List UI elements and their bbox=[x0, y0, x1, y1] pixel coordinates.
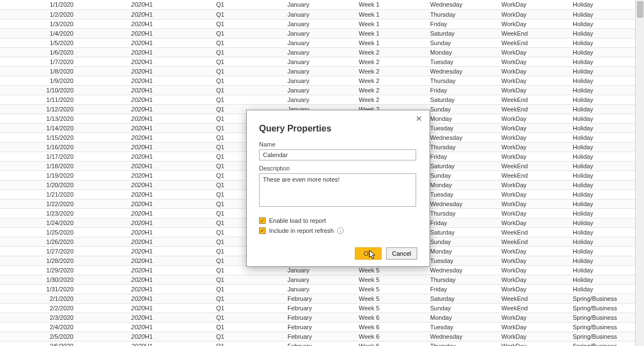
cell-daytype[interactable]: WorkDay bbox=[501, 66, 573, 76]
cell-season[interactable]: Spring/Business bbox=[573, 303, 644, 313]
cell-day[interactable]: Wednesday bbox=[430, 199, 501, 208]
cancel-button[interactable]: Cancel bbox=[386, 247, 417, 260]
cell-season[interactable]: Holiday bbox=[573, 104, 644, 114]
cell-half[interactable]: H1 bbox=[145, 0, 216, 9]
cell-year[interactable]: 2020 bbox=[74, 0, 145, 9]
cell-half[interactable]: H1 bbox=[145, 28, 216, 38]
cell-date[interactable]: 1/30/2020 bbox=[0, 275, 74, 284]
cell-year[interactable]: 2020 bbox=[74, 189, 145, 199]
cell-season[interactable]: Spring/Business bbox=[573, 341, 644, 346]
cell-half[interactable]: H1 bbox=[145, 341, 216, 346]
cell-daytype[interactable]: WeekEnd bbox=[501, 161, 573, 170]
cell-date[interactable]: 1/16/2020 bbox=[0, 142, 74, 152]
cell-season[interactable]: Holiday bbox=[573, 161, 644, 170]
cell-quarter[interactable]: Q1 bbox=[216, 95, 287, 104]
cell-half[interactable]: H1 bbox=[145, 57, 216, 66]
cell-day[interactable]: Wednesday bbox=[430, 332, 501, 341]
table-row[interactable]: 1/11/20202020H1Q1JanuaryWeek 2SaturdayWe… bbox=[0, 95, 644, 104]
cell-date[interactable]: 1/24/2020 bbox=[0, 218, 74, 227]
cell-daytype[interactable]: WorkDay bbox=[501, 0, 573, 9]
cell-half[interactable]: H1 bbox=[145, 199, 216, 208]
cell-half[interactable]: H1 bbox=[145, 303, 216, 313]
cell-year[interactable]: 2020 bbox=[74, 161, 145, 170]
cell-month[interactable]: January bbox=[287, 275, 359, 284]
cell-half[interactable]: H1 bbox=[145, 322, 216, 332]
cell-date[interactable]: 1/10/2020 bbox=[0, 85, 74, 95]
cell-date[interactable]: 1/2/2020 bbox=[0, 9, 74, 19]
cell-daytype[interactable]: WorkDay bbox=[501, 189, 573, 199]
cell-daytype[interactable]: WorkDay bbox=[501, 218, 573, 227]
table-row[interactable]: 2/4/20202020H1Q1FebruaryWeek 6TuesdayWor… bbox=[0, 322, 644, 332]
cell-year[interactable]: 2020 bbox=[74, 123, 145, 133]
cell-half[interactable]: H1 bbox=[145, 161, 216, 170]
cell-quarter[interactable]: Q1 bbox=[216, 47, 287, 57]
cell-season[interactable]: Holiday bbox=[573, 57, 644, 66]
cell-day[interactable]: Monday bbox=[430, 246, 501, 256]
cell-season[interactable]: Spring/Business bbox=[573, 332, 644, 341]
cell-date[interactable]: 2/3/2020 bbox=[0, 313, 74, 322]
checkbox-checked-icon[interactable]: ✓ bbox=[259, 227, 266, 234]
cell-season[interactable]: Holiday bbox=[573, 66, 644, 76]
cell-quarter[interactable]: Q1 bbox=[216, 19, 287, 28]
cell-date[interactable]: 1/14/2020 bbox=[0, 123, 74, 133]
cell-day[interactable]: Thursday bbox=[430, 275, 501, 284]
cell-season[interactable]: Holiday bbox=[573, 180, 644, 189]
cell-quarter[interactable]: Q1 bbox=[216, 28, 287, 38]
cell-day[interactable]: Wednesday bbox=[430, 265, 501, 275]
table-row[interactable]: 2/5/20202020H1Q1FebruaryWeek 6WednesdayW… bbox=[0, 332, 644, 341]
cell-day[interactable]: Tuesday bbox=[430, 57, 501, 66]
cell-day[interactable]: Wednesday bbox=[430, 133, 501, 142]
cell-week[interactable]: Week 5 bbox=[359, 294, 430, 303]
cell-date[interactable]: 1/7/2020 bbox=[0, 57, 74, 66]
cell-year[interactable]: 2020 bbox=[74, 199, 145, 208]
cell-year[interactable]: 2020 bbox=[74, 180, 145, 189]
table-row[interactable]: 1/4/20202020H1Q1JanuaryWeek 1SaturdayWee… bbox=[0, 28, 644, 38]
cell-day[interactable]: Friday bbox=[430, 284, 501, 294]
cell-month[interactable]: January bbox=[287, 28, 359, 38]
cell-daytype[interactable]: WorkDay bbox=[501, 341, 573, 346]
cell-season[interactable]: Holiday bbox=[573, 123, 644, 133]
cell-half[interactable]: H1 bbox=[145, 218, 216, 227]
cell-daytype[interactable]: WorkDay bbox=[501, 19, 573, 28]
cell-year[interactable]: 2020 bbox=[74, 265, 145, 275]
table-row[interactable]: 1/8/20202020H1Q1JanuaryWeek 2WednesdayWo… bbox=[0, 66, 644, 76]
cell-season[interactable]: Spring/Business bbox=[573, 294, 644, 303]
cell-day[interactable]: Thursday bbox=[430, 142, 501, 152]
cell-half[interactable]: H1 bbox=[145, 180, 216, 189]
cell-day[interactable]: Saturday bbox=[430, 294, 501, 303]
cell-daytype[interactable]: WorkDay bbox=[501, 265, 573, 275]
cell-week[interactable]: Week 1 bbox=[359, 0, 430, 9]
cell-year[interactable]: 2020 bbox=[74, 275, 145, 284]
scroll-thumb[interactable] bbox=[637, 1, 643, 18]
cell-day[interactable]: Friday bbox=[430, 152, 501, 161]
cell-season[interactable]: Spring/Business bbox=[573, 313, 644, 322]
cell-year[interactable]: 2020 bbox=[74, 246, 145, 256]
cell-season[interactable]: Holiday bbox=[573, 19, 644, 28]
cell-season[interactable]: Holiday bbox=[573, 237, 644, 246]
table-row[interactable]: 1/2/20202020H1Q1JanuaryWeek 1ThursdayWor… bbox=[0, 9, 644, 19]
include-refresh-row[interactable]: ✓ Include in report refresh i bbox=[259, 227, 417, 234]
cell-season[interactable]: Holiday bbox=[573, 199, 644, 208]
cell-date[interactable]: 1/11/2020 bbox=[0, 95, 74, 104]
cell-half[interactable]: H1 bbox=[145, 9, 216, 19]
cell-day[interactable]: Wednesday bbox=[430, 0, 501, 9]
cell-daytype[interactable]: WorkDay bbox=[501, 322, 573, 332]
cell-date[interactable]: 2/1/2020 bbox=[0, 294, 74, 303]
cell-year[interactable]: 2020 bbox=[74, 85, 145, 95]
cell-season[interactable]: Holiday bbox=[573, 256, 644, 265]
cell-date[interactable]: 1/28/2020 bbox=[0, 256, 74, 265]
cell-year[interactable]: 2020 bbox=[74, 38, 145, 47]
cell-date[interactable]: 1/31/2020 bbox=[0, 284, 74, 294]
cell-half[interactable]: H1 bbox=[145, 104, 216, 114]
cell-day[interactable]: Saturday bbox=[430, 161, 501, 170]
cell-daytype[interactable]: WorkDay bbox=[501, 9, 573, 19]
cell-year[interactable]: 2020 bbox=[74, 227, 145, 237]
cell-half[interactable]: H1 bbox=[145, 265, 216, 275]
table-row[interactable]: 1/31/20202020H1Q1JanuaryWeek 5FridayWork… bbox=[0, 284, 644, 294]
cell-date[interactable]: 2/4/2020 bbox=[0, 322, 74, 332]
cell-day[interactable]: Thursday bbox=[430, 76, 501, 85]
cell-quarter[interactable]: Q1 bbox=[216, 9, 287, 19]
cell-daytype[interactable]: WeekEnd bbox=[501, 303, 573, 313]
cell-season[interactable]: Holiday bbox=[573, 142, 644, 152]
cell-month[interactable]: January bbox=[287, 9, 359, 19]
